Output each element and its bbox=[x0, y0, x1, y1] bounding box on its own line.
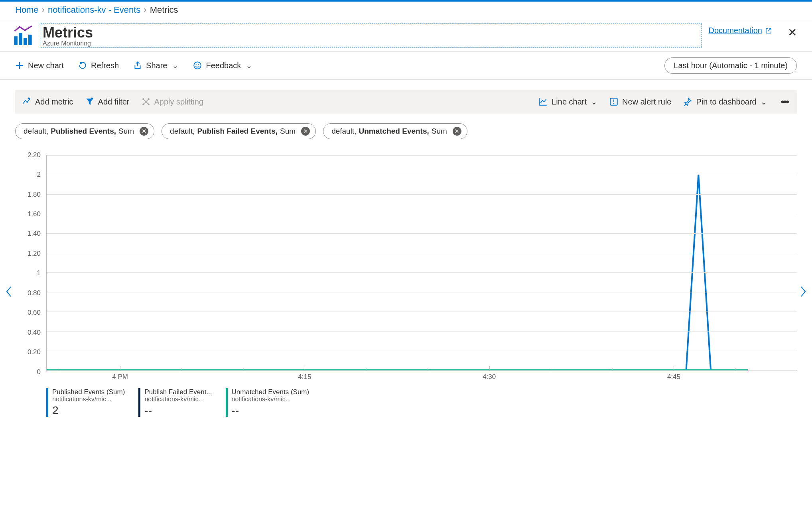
legend-value: -- bbox=[232, 404, 309, 417]
legend-subtitle: notifications-kv/mic... bbox=[232, 396, 309, 403]
x-tick-label: 4 PM bbox=[112, 373, 128, 381]
metric-pill[interactable]: default, Published Events, Sum✕ bbox=[15, 123, 154, 139]
close-button[interactable]: ✕ bbox=[788, 26, 797, 39]
refresh-label: Refresh bbox=[91, 61, 119, 70]
svg-rect-2 bbox=[24, 38, 27, 45]
page-subtitle: Azure Monitoring bbox=[43, 40, 700, 47]
breadcrumb-home[interactable]: Home bbox=[15, 5, 39, 15]
legend-item[interactable]: Published Events (Sum)notifications-kv/m… bbox=[46, 388, 125, 417]
svg-rect-0 bbox=[14, 36, 18, 45]
svg-point-7 bbox=[25, 100, 26, 101]
y-tick-label: 2.20 bbox=[15, 151, 41, 159]
share-icon bbox=[133, 61, 142, 70]
pill-prefix: default, bbox=[331, 127, 356, 136]
time-range-picker[interactable]: Last hour (Automatic - 1 minute) bbox=[664, 57, 797, 74]
x-tick-label: 4:15 bbox=[298, 373, 311, 381]
y-tick-label: 0.20 bbox=[15, 348, 41, 356]
legend-value: 2 bbox=[52, 404, 125, 417]
next-chart-button[interactable] bbox=[797, 283, 810, 303]
svg-point-5 bbox=[196, 64, 197, 65]
split-icon bbox=[142, 97, 150, 106]
chart-type-label: Line chart bbox=[552, 97, 587, 107]
prev-chart-button[interactable] bbox=[2, 283, 15, 303]
refresh-button[interactable]: Refresh bbox=[78, 61, 119, 70]
chevron-right-icon: › bbox=[144, 5, 146, 15]
new-chart-button[interactable]: New chart bbox=[15, 61, 64, 70]
metric-pill[interactable]: default, Unmatched Events, Sum✕ bbox=[323, 123, 467, 139]
legend-title: Publish Failed Event... bbox=[144, 388, 212, 396]
command-bar: New chart Refresh Share ⌄ Feedback ⌄ Las… bbox=[0, 52, 812, 80]
pill-metric-name: Published Events, bbox=[51, 127, 116, 136]
pill-metric-name: Publish Failed Events, bbox=[197, 127, 278, 136]
svg-rect-3 bbox=[28, 35, 32, 45]
y-tick-label: 1.40 bbox=[15, 230, 41, 238]
chevron-down-icon: ⌄ bbox=[246, 61, 252, 70]
feedback-button[interactable]: Feedback ⌄ bbox=[193, 61, 252, 70]
legend-color-bar bbox=[46, 388, 48, 417]
alert-icon bbox=[609, 97, 618, 106]
metrics-icon bbox=[12, 24, 34, 46]
apply-splitting-label: Apply splitting bbox=[154, 97, 203, 107]
svg-point-14 bbox=[613, 103, 615, 105]
remove-pill-button[interactable]: ✕ bbox=[453, 127, 461, 136]
chevron-right-icon: › bbox=[42, 5, 45, 15]
new-alert-label: New alert rule bbox=[622, 97, 671, 107]
legend-subtitle: notifications-kv/mic... bbox=[144, 396, 212, 403]
documentation-link-label: Documentation bbox=[708, 26, 762, 35]
svg-point-8 bbox=[26, 102, 28, 103]
breadcrumb-parent[interactable]: notifications-kv - Events bbox=[48, 5, 140, 15]
y-tick-label: 0.80 bbox=[15, 289, 41, 297]
share-button[interactable]: Share ⌄ bbox=[133, 61, 179, 70]
chart-area: 00.200.400.600.8011.201.401.601.8022.20 … bbox=[15, 155, 797, 383]
legend-title: Published Events (Sum) bbox=[52, 388, 125, 396]
remove-pill-button[interactable]: ✕ bbox=[140, 127, 148, 136]
legend-item[interactable]: Unmatched Events (Sum)notifications-kv/m… bbox=[226, 388, 309, 417]
pin-dashboard-button[interactable]: Pin to dashboard ⌄ bbox=[683, 97, 767, 107]
pin-dashboard-label: Pin to dashboard bbox=[696, 97, 756, 107]
y-tick-label: 0.60 bbox=[15, 309, 41, 317]
external-link-icon bbox=[765, 28, 772, 34]
feedback-label: Feedback bbox=[206, 61, 241, 70]
documentation-link[interactable]: Documentation bbox=[708, 26, 772, 35]
svg-rect-1 bbox=[19, 33, 22, 45]
breadcrumb: Home › notifications-kv - Events › Metri… bbox=[0, 2, 812, 20]
y-tick-label: 1.80 bbox=[15, 191, 41, 199]
new-alert-button[interactable]: New alert rule bbox=[609, 97, 671, 107]
new-chart-label: New chart bbox=[28, 61, 64, 70]
more-options-button[interactable]: ••• bbox=[779, 96, 790, 108]
chart-plot[interactable] bbox=[46, 155, 797, 371]
pill-suffix: Sum bbox=[432, 127, 447, 136]
legend-color-bar bbox=[226, 388, 228, 417]
chevron-left-icon bbox=[5, 286, 13, 298]
breadcrumb-current: Metrics bbox=[150, 5, 178, 15]
y-tick-label: 0 bbox=[15, 368, 41, 376]
refresh-icon bbox=[78, 61, 87, 70]
svg-point-4 bbox=[194, 62, 201, 69]
y-tick-label: 1 bbox=[15, 269, 41, 277]
chart-legend: Published Events (Sum)notifications-kv/m… bbox=[46, 388, 797, 417]
apply-splitting-button: Apply splitting bbox=[142, 97, 203, 107]
legend-item[interactable]: Publish Failed Event...notifications-kv/… bbox=[138, 388, 212, 417]
pill-suffix: Sum bbox=[280, 127, 296, 136]
chart-type-dropdown[interactable]: Line chart ⌄ bbox=[539, 97, 597, 107]
share-label: Share bbox=[146, 61, 167, 70]
legend-color-bar bbox=[138, 388, 140, 417]
metric-pills: default, Published Events, Sum✕default, … bbox=[15, 123, 797, 139]
legend-value: -- bbox=[144, 404, 212, 417]
pill-prefix: default, bbox=[170, 127, 195, 136]
chevron-down-icon: ⌄ bbox=[172, 61, 179, 70]
remove-pill-button[interactable]: ✕ bbox=[301, 127, 310, 136]
chart-x-axis: 4 PM4:154:304:45 bbox=[46, 371, 797, 383]
pill-metric-name: Unmatched Events, bbox=[359, 127, 429, 136]
pill-prefix: default, bbox=[24, 127, 48, 136]
svg-point-6 bbox=[199, 64, 199, 65]
add-metric-icon bbox=[22, 97, 31, 106]
chart-toolbar: Add metric Add filter Apply splitting Li… bbox=[15, 90, 797, 114]
add-filter-button[interactable]: Add filter bbox=[85, 97, 130, 107]
metric-pill[interactable]: default, Publish Failed Events, Sum✕ bbox=[162, 123, 316, 139]
y-tick-label: 1.60 bbox=[15, 210, 41, 218]
line-chart-icon bbox=[539, 97, 548, 106]
add-metric-button[interactable]: Add metric bbox=[22, 97, 73, 107]
chart-y-axis: 00.200.400.600.8011.201.401.601.8022.20 bbox=[15, 155, 43, 372]
chevron-right-icon bbox=[799, 286, 807, 298]
